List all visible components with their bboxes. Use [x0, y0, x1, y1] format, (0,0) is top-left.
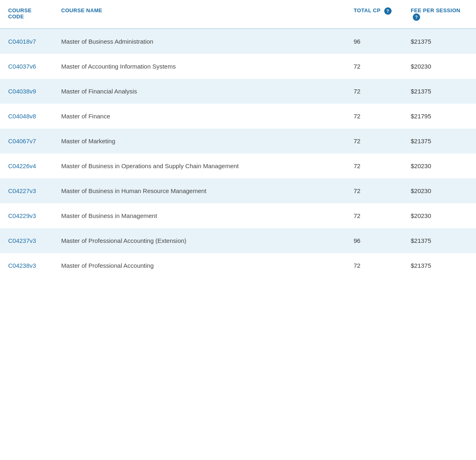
course-name-cell: Master of Finance — [53, 104, 345, 129]
course-code-cell[interactable]: C04038v9 — [0, 79, 53, 104]
table-row: C04226v4Master of Business in Operations… — [0, 153, 476, 178]
header-course-name: COURSE NAME — [53, 0, 345, 29]
course-table: COURSE CODE COURSE NAME TOTAL CP ? FEE P… — [0, 0, 476, 278]
help-icon-fee[interactable]: ? — [413, 13, 420, 21]
header-total-cp: TOTAL CP ? — [345, 0, 403, 29]
fee-cell: $20230 — [403, 153, 476, 178]
course-code-cell: C04226v4 — [0, 153, 53, 178]
fee-cell: $21375 — [403, 253, 476, 278]
table-row: C04037v6Master of Accounting Information… — [0, 54, 476, 79]
course-code-link[interactable]: C04238v3 — [8, 262, 36, 269]
total-cp-cell: 72 — [345, 203, 403, 228]
table-row: C04067v7Master of Marketing72$21375 — [0, 129, 476, 153]
table-row: C04038v9Master of Financial Analysis72$2… — [0, 79, 476, 104]
course-code-cell: C04067v7 — [0, 129, 53, 153]
course-name-cell: Master of Marketing — [53, 129, 345, 153]
fee-cell: $20230 — [403, 178, 476, 203]
course-code-link[interactable]: C04237v3 — [8, 237, 36, 244]
table-body: C04018v7Master of Business Administratio… — [0, 29, 476, 278]
course-code-cell[interactable]: C04237v3 — [0, 228, 53, 253]
table-row: C04229v3Master of Business in Management… — [0, 203, 476, 228]
total-cp-cell: 96 — [345, 29, 403, 54]
course-code-cell[interactable]: C04238v3 — [0, 253, 53, 278]
course-code-cell: C04227v3 — [0, 178, 53, 203]
total-cp-cell: 72 — [345, 178, 403, 203]
header-fee-per-session: FEE PER SESSION ? — [403, 0, 476, 29]
fee-cell: $21375 — [403, 29, 476, 54]
header-course-code: COURSE CODE — [0, 0, 53, 29]
fee-cell: $21375 — [403, 79, 476, 104]
course-code-cell: C04229v3 — [0, 203, 53, 228]
total-cp-cell: 72 — [345, 104, 403, 129]
course-code-cell[interactable]: C04037v6 — [0, 54, 53, 79]
course-code-cell[interactable]: C04018v7 — [0, 29, 53, 54]
table-row: C04048v8Master of Finance72$21795 — [0, 104, 476, 129]
total-cp-cell: 72 — [345, 129, 403, 153]
course-code-link[interactable]: C04018v7 — [8, 38, 36, 45]
fee-cell: $21795 — [403, 104, 476, 129]
course-code-link[interactable]: C04038v9 — [8, 88, 36, 95]
fee-cell: $21375 — [403, 228, 476, 253]
course-name-cell: Master of Business in Operations and Sup… — [53, 153, 345, 178]
course-name-cell: Master of Business Administration — [53, 29, 345, 54]
course-name-cell: Master of Accounting Information Systems — [53, 54, 345, 79]
table-row: C04237v3Master of Professional Accountin… — [0, 228, 476, 253]
table-row: C04018v7Master of Business Administratio… — [0, 29, 476, 54]
course-name-cell: Master of Professional Accounting (Exten… — [53, 228, 345, 253]
course-table-container: COURSE CODE COURSE NAME TOTAL CP ? FEE P… — [0, 0, 476, 460]
total-cp-cell: 72 — [345, 253, 403, 278]
course-code-link[interactable]: C04048v8 — [8, 113, 36, 120]
table-header-row: COURSE CODE COURSE NAME TOTAL CP ? FEE P… — [0, 0, 476, 29]
course-code-link[interactable]: C04037v6 — [8, 63, 36, 70]
total-cp-cell: 72 — [345, 153, 403, 178]
course-name-cell: Master of Business in Management — [53, 203, 345, 228]
table-row: C04227v3Master of Business in Human Reso… — [0, 178, 476, 203]
course-code-cell[interactable]: C04048v8 — [0, 104, 53, 129]
course-name-cell: Master of Financial Analysis — [53, 79, 345, 104]
help-icon-cp[interactable]: ? — [384, 7, 392, 15]
course-name-cell: Master of Professional Accounting — [53, 253, 345, 278]
total-cp-cell: 72 — [345, 79, 403, 104]
fee-cell: $20230 — [403, 203, 476, 228]
fee-cell: $21375 — [403, 129, 476, 153]
course-name-cell: Master of Business in Human Resource Man… — [53, 178, 345, 203]
fee-cell: $20230 — [403, 54, 476, 79]
total-cp-cell: 96 — [345, 228, 403, 253]
total-cp-cell: 72 — [345, 54, 403, 79]
table-row: C04238v3Master of Professional Accountin… — [0, 253, 476, 278]
